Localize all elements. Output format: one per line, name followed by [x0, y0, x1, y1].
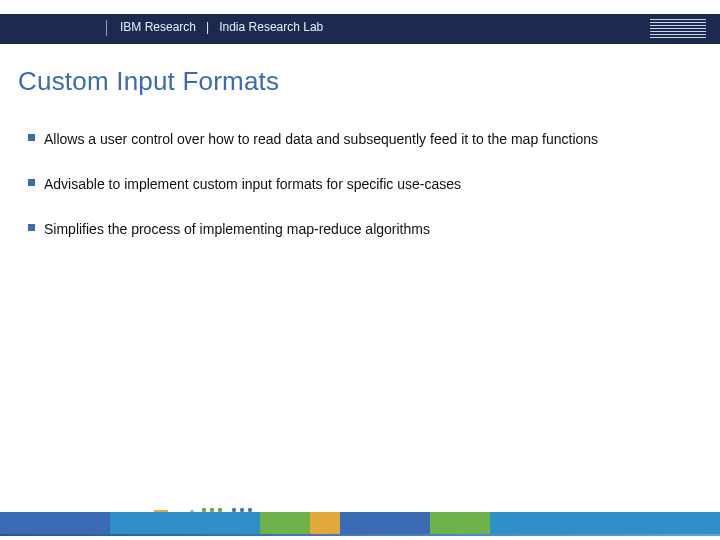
header-text: IBM Research | India Research Lab — [120, 20, 323, 34]
header-divider — [106, 20, 107, 36]
header-org: IBM Research — [120, 20, 196, 34]
slide-title: Custom Input Formats — [18, 66, 279, 97]
bullet-item: Simplifies the process of implementing m… — [28, 220, 680, 239]
header-separator: | — [206, 20, 209, 34]
footer-stripe-segment — [430, 512, 490, 534]
content-area: Allows a user control over how to read d… — [28, 130, 680, 265]
footer-stripe-segment — [340, 512, 430, 534]
footer — [0, 500, 720, 540]
footer-stripe-segment — [260, 512, 310, 534]
footer-stripe-segment — [490, 512, 720, 534]
footer-stripe-segment — [0, 512, 110, 534]
bullet-item: Allows a user control over how to read d… — [28, 130, 680, 149]
footer-stripe — [0, 512, 720, 534]
footer-stripe-segment — [310, 512, 340, 534]
ibm-logo-icon — [650, 19, 706, 39]
footer-stripe-segment — [110, 512, 260, 534]
header-bar: IBM Research | India Research Lab — [0, 14, 720, 44]
footer-underline — [0, 534, 720, 536]
header-lab: India Research Lab — [219, 20, 323, 34]
bullet-item: Advisable to implement custom input form… — [28, 175, 680, 194]
